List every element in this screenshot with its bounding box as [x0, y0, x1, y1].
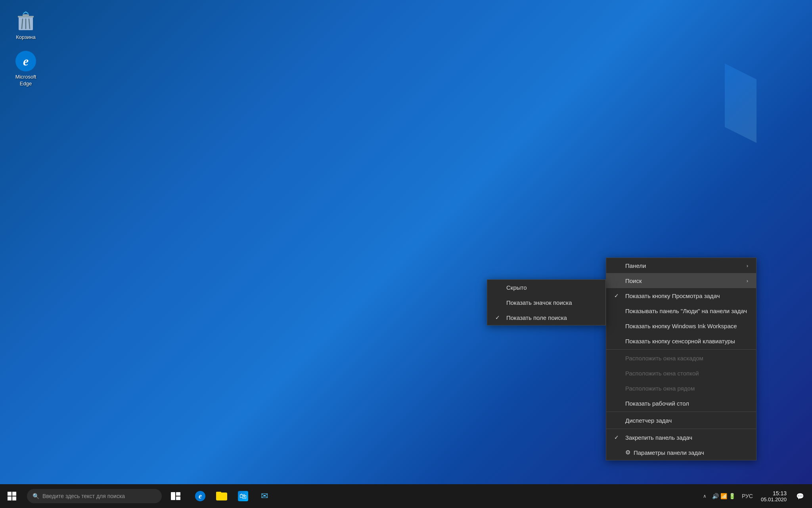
notification-icon: 💬	[796, 493, 804, 500]
recycle-bin-image	[15, 11, 36, 32]
taskbar-context-menu: Панели›Поиск›✓Показать кнопку Просмотра …	[606, 258, 756, 460]
windows-logo-icon	[8, 492, 16, 500]
menu-separator-13	[606, 429, 756, 429]
menu-item-show-keyboard[interactable]: Показать кнопку сенсорной клавиатуры	[606, 333, 756, 348]
taskbar-edge[interactable]: e	[190, 484, 211, 508]
task-view-button[interactable]	[165, 484, 186, 508]
decorative-corner	[725, 64, 756, 143]
menu-item-cascade: Расположить окна каскадом	[606, 350, 756, 366]
search-menu-item-hidden[interactable]: Скрыто	[487, 280, 605, 295]
menu-item-side-by-side: Расположить окна рядом	[606, 381, 756, 396]
gear-icon-taskbar-settings: ⚙	[625, 449, 630, 456]
search-icon: 🔍	[33, 493, 39, 499]
check-search-show-search-box: ✓	[495, 314, 503, 321]
desktop: Корзина e Microsoft Edge Панели›Поиск›✓П…	[0, 0, 812, 484]
language-indicator[interactable]: РУС	[739, 493, 756, 499]
menu-separator-6	[606, 349, 756, 350]
menu-item-taskbar-settings[interactable]: ⚙Параметры панели задач	[606, 445, 756, 460]
taskbar: 🔍 Введите здесь текст для поиска e	[0, 484, 812, 508]
battery-icon: 🔋	[729, 493, 735, 499]
taskbar-apps: e 🛍 ✉	[190, 484, 701, 508]
notification-button[interactable]: 💬	[791, 484, 809, 508]
taskbar-explorer-icon	[216, 492, 227, 500]
menu-label-show-desktop: Показать рабочий стол	[625, 400, 689, 407]
menu-label-toolbars: Панели	[625, 262, 646, 269]
edge-label: Microsoft Edge	[11, 74, 40, 87]
menu-item-lock-taskbar[interactable]: ✓Закрепить панель задач	[606, 430, 756, 445]
taskbar-mail-icon: ✉	[261, 491, 268, 501]
check-lock-taskbar: ✓	[614, 434, 622, 441]
clock-time: 15:13	[773, 490, 787, 496]
search-placeholder: Введите здесь текст для поиска	[42, 493, 125, 499]
menu-label-search: Поиск	[625, 277, 642, 284]
menu-label-show-task-view: Показать кнопку Просмотра задач	[625, 292, 720, 299]
search-menu-item-show-search-box[interactable]: ✓Показать поле поиска	[487, 310, 605, 325]
menu-item-search[interactable]: Поиск›	[606, 273, 756, 288]
svg-rect-2	[23, 14, 29, 17]
taskbar-edge-icon: e	[195, 491, 205, 501]
search-menu-label-show-search-box: Показать поле поиска	[506, 314, 567, 321]
edge-image: e	[15, 51, 36, 71]
menu-item-show-desktop[interactable]: Показать рабочий стол	[606, 396, 756, 411]
taskbar-store-icon: 🛍	[238, 491, 248, 501]
network-icon: 🔊	[712, 493, 719, 499]
menu-item-show-ink[interactable]: Показать кнопку Windows Ink Workspace	[606, 318, 756, 333]
menu-label-show-keyboard: Показать кнопку сенсорной клавиатуры	[625, 338, 735, 344]
menu-item-stack: Расположить окна стопкой	[606, 366, 756, 381]
arrow-toolbars: ›	[747, 263, 748, 269]
taskbar-store[interactable]: 🛍	[232, 484, 254, 508]
menu-label-cascade: Расположить окна каскадом	[625, 355, 703, 362]
taskbar-mail[interactable]: ✉	[254, 484, 275, 508]
clock-date: 05.01.2020	[761, 496, 787, 502]
menu-label-task-manager: Диспетчер задач	[625, 417, 672, 424]
menu-label-side-by-side: Расположить окна рядом	[625, 385, 695, 392]
menu-label-show-ink: Показать кнопку Windows Ink Workspace	[625, 323, 737, 329]
menu-item-task-manager[interactable]: Диспетчер задач	[606, 413, 756, 428]
check-show-task-view: ✓	[614, 292, 622, 299]
search-submenu: СкрытоПоказать значок поиска✓Показать по…	[487, 279, 606, 325]
search-menu-item-show-search-icon[interactable]: Показать значок поиска	[487, 295, 605, 310]
volume-icon: 📶	[720, 493, 727, 499]
search-box[interactable]: 🔍 Введите здесь текст для поиска	[27, 489, 162, 503]
system-tray: ∧ 🔊 📶 🔋 РУС 15:13 05.01.2020 💬	[701, 484, 812, 508]
start-button[interactable]	[0, 484, 24, 508]
tray-icons-group[interactable]: 🔊 📶 🔋	[709, 493, 739, 499]
menu-label-taskbar-settings: Параметры панели задач	[634, 449, 704, 456]
menu-separator-11	[606, 412, 756, 412]
task-view-icon	[171, 492, 180, 500]
menu-item-toolbars[interactable]: Панели›	[606, 258, 756, 273]
recycle-bin-label: Корзина	[16, 34, 36, 41]
search-menu-label-hidden: Скрыто	[506, 284, 527, 291]
search-menu-label-show-search-icon: Показать значок поиска	[506, 299, 572, 306]
clock[interactable]: 15:13 05.01.2020	[756, 490, 791, 502]
tray-expand-button[interactable]: ∧	[701, 492, 709, 500]
edge-icon[interactable]: e Microsoft Edge	[8, 48, 44, 90]
menu-label-show-people: Показывать панель "Люди" на панели задач	[625, 308, 747, 314]
menu-label-stack: Расположить окна стопкой	[625, 370, 699, 377]
menu-label-lock-taskbar: Закрепить панель задач	[625, 434, 692, 441]
menu-item-show-people[interactable]: Показывать панель "Люди" на панели задач	[606, 303, 756, 318]
arrow-search: ›	[747, 278, 748, 284]
recycle-bin-icon[interactable]: Корзина	[8, 8, 44, 44]
menu-item-show-task-view[interactable]: ✓Показать кнопку Просмотра задач	[606, 288, 756, 303]
taskbar-explorer[interactable]	[211, 484, 232, 508]
